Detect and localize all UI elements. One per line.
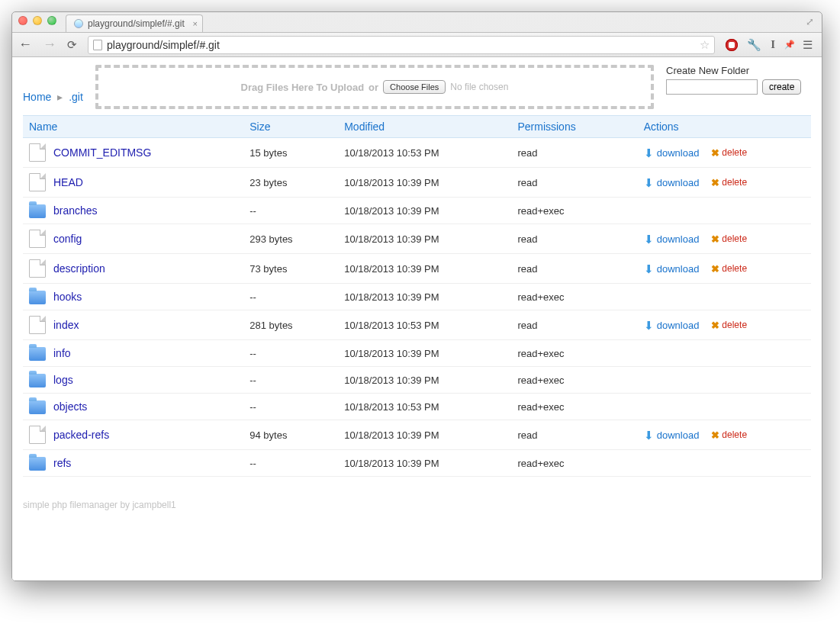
file-modified: 10/18/2013 10:39 PM	[338, 450, 511, 477]
delete-link[interactable]: ✖delete	[711, 233, 747, 245]
file-name-link[interactable]: config	[53, 233, 82, 245]
delete-icon: ✖	[711, 233, 719, 245]
file-icon	[29, 143, 46, 162]
delete-link[interactable]: ✖delete	[711, 177, 747, 188]
delete-icon: ✖	[711, 429, 719, 441]
file-modified: 10/18/2013 10:39 PM	[338, 224, 511, 254]
file-name-link[interactable]: HEAD	[53, 176, 83, 188]
file-actions	[638, 450, 811, 477]
browser-toolbar: ← → ⟳ playground/simplef/#.git ☆ 🔧 I 📌 ☰	[12, 32, 822, 57]
file-size: --	[243, 284, 338, 310]
file-permissions: read	[511, 310, 637, 340]
upload-or-label: or	[369, 82, 378, 93]
table-row: branches--10/18/2013 10:39 PMread+exec	[23, 198, 811, 224]
header-modified[interactable]: Modified	[338, 116, 511, 138]
download-link[interactable]: ⬇download	[644, 320, 700, 331]
download-link[interactable]: ⬇download	[644, 177, 700, 188]
file-icon	[29, 316, 46, 334]
file-name-link[interactable]: info	[53, 347, 71, 359]
choose-files-button[interactable]: Choose Files	[383, 80, 446, 94]
download-label: download	[657, 429, 700, 441]
file-size: 73 bytes	[243, 254, 338, 284]
file-name-link[interactable]: hooks	[53, 291, 82, 303]
delete-link[interactable]: ✖delete	[711, 429, 747, 441]
file-name-link[interactable]: refs	[53, 457, 71, 469]
breadcrumb-current-link[interactable]: .git	[69, 91, 83, 103]
file-permissions: read+exec	[511, 450, 637, 477]
download-link[interactable]: ⬇download	[644, 147, 700, 159]
delete-icon: ✖	[711, 147, 719, 159]
download-link[interactable]: ⬇download	[644, 233, 700, 245]
file-name-link[interactable]: COMMIT_EDITMSG	[53, 146, 151, 159]
download-link[interactable]: ⬇download	[644, 429, 700, 441]
file-table: Name Size Modified Permissions Actions C…	[23, 115, 811, 477]
file-name-link[interactable]: logs	[53, 374, 73, 386]
file-actions	[638, 367, 811, 394]
delete-label: delete	[722, 263, 747, 274]
file-actions	[638, 284, 811, 310]
file-actions	[638, 394, 811, 420]
file-modified: 10/18/2013 10:39 PM	[338, 254, 511, 284]
folder-icon	[29, 204, 46, 218]
folder-icon	[29, 374, 46, 387]
file-size: 293 bytes	[243, 224, 338, 254]
table-row: hooks--10/18/2013 10:39 PMread+exec	[23, 284, 811, 310]
extension-instapaper-icon[interactable]: I	[771, 38, 775, 51]
file-permissions: read+exec	[511, 198, 637, 224]
delete-link[interactable]: ✖delete	[711, 263, 747, 275]
extension-wrench-icon[interactable]: 🔧	[747, 38, 761, 52]
address-bar[interactable]: playground/simplef/#.git ☆	[88, 36, 715, 54]
file-size: --	[243, 198, 338, 224]
create-folder-label: Create New Folder	[666, 65, 811, 76]
delete-link[interactable]: ✖delete	[711, 320, 747, 331]
file-modified: 10/18/2013 10:53 PM	[338, 138, 511, 168]
download-label: download	[657, 320, 700, 331]
table-row: packed-refs94 bytes10/18/2013 10:39 PMre…	[23, 420, 811, 450]
file-modified: 10/18/2013 10:39 PM	[338, 367, 511, 394]
delete-icon: ✖	[711, 320, 719, 331]
new-folder-name-input[interactable]	[666, 79, 758, 95]
download-label: download	[657, 147, 700, 159]
table-row: HEAD23 bytes10/18/2013 10:39 PMread⬇down…	[23, 168, 811, 198]
file-name-link[interactable]: objects	[53, 400, 87, 413]
extension-adblock-icon[interactable]	[726, 39, 738, 51]
file-modified: 10/18/2013 10:39 PM	[338, 198, 511, 224]
browser-tab[interactable]: playground/simplef/#.git ×	[66, 14, 203, 32]
download-link[interactable]: ⬇download	[644, 263, 700, 275]
reload-button[interactable]: ⟳	[67, 38, 77, 52]
header-size[interactable]: Size	[243, 116, 338, 138]
header-permissions[interactable]: Permissions	[511, 116, 637, 138]
fullscreen-icon[interactable]: ⤢	[806, 16, 814, 27]
download-label: download	[657, 233, 700, 245]
table-row: refs--10/18/2013 10:39 PMread+exec	[23, 450, 811, 477]
extension-pinboard-icon[interactable]: 📌	[784, 40, 793, 50]
breadcrumb-separator-icon: ▸	[57, 91, 63, 103]
forward-button[interactable]: →	[43, 37, 56, 53]
file-actions: ⬇download✖delete	[638, 420, 811, 450]
browser-menu-icon[interactable]: ☰	[803, 38, 813, 52]
file-name-link[interactable]: description	[53, 262, 105, 275]
back-button[interactable]: ←	[18, 37, 32, 53]
file-size: --	[243, 394, 338, 420]
header-actions: Actions	[638, 116, 811, 138]
file-actions	[638, 340, 811, 367]
table-row: config293 bytes10/18/2013 10:39 PMread⬇d…	[23, 224, 811, 254]
bookmark-star-icon[interactable]: ☆	[700, 38, 710, 52]
upload-drop-zone[interactable]: Drag Files Here To Upload or Choose File…	[95, 65, 654, 109]
file-actions: ⬇download✖delete	[638, 254, 811, 284]
file-name-link[interactable]: packed-refs	[53, 429, 109, 441]
browser-window: playground/simplef/#.git × ⤢ ← → ⟳ playg…	[11, 11, 822, 581]
file-name-link[interactable]: index	[53, 319, 79, 331]
file-icon	[29, 173, 46, 191]
header-name[interactable]: Name	[23, 116, 243, 138]
footer-credit: simple php filemanager by jcampbell1	[12, 477, 822, 521]
create-folder-button[interactable]: create	[762, 79, 801, 95]
tab-close-icon[interactable]: ×	[193, 19, 198, 28]
delete-label: delete	[722, 147, 747, 158]
file-permissions: read+exec	[511, 284, 637, 310]
delete-link[interactable]: ✖delete	[711, 147, 747, 159]
file-permissions: read+exec	[511, 367, 637, 394]
file-permissions: read	[511, 138, 637, 168]
file-name-link[interactable]: branches	[53, 204, 98, 217]
breadcrumb-home-link[interactable]: Home	[23, 91, 51, 103]
